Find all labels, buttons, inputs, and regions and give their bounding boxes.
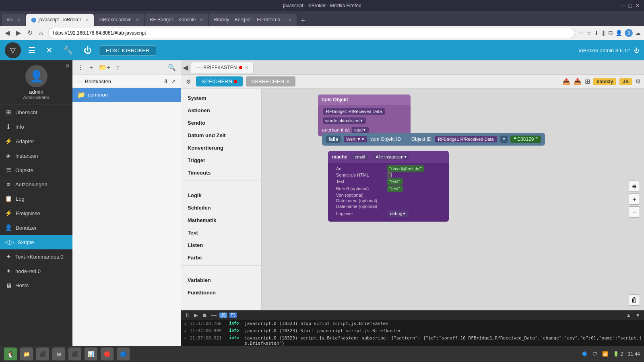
- address-input[interactable]: [48, 28, 575, 38]
- falls-objekt-block[interactable]: falls Objekt RFBridge1 RfReceived Data w…: [318, 95, 411, 136]
- forward-button[interactable]: ▶: [14, 28, 23, 37]
- log-debug-btn[interactable]: —: [210, 312, 218, 319]
- taskbar-cmd-btn[interactable]: ⬛: [68, 348, 81, 360]
- taskbar-app3-btn[interactable]: 🔵: [117, 348, 130, 360]
- log-pause-btn[interactable]: ⏸: [184, 312, 191, 319]
- sidebar-item-ereignisse[interactable]: ⚡ Ereignisse: [0, 206, 72, 220]
- trash-btn[interactable]: 🗑: [629, 294, 640, 306]
- import-btn[interactable]: 📥: [574, 78, 582, 85]
- sidebar-item-skripte[interactable]: ◁▷ Skripte: [0, 235, 72, 249]
- tab-iobroker-admin[interactable]: ioBroker.admin ✕: [95, 14, 144, 26]
- blockly-settings-btn[interactable]: ⚙: [184, 78, 193, 86]
- palette-item-aktionen[interactable]: Aktionen: [181, 104, 261, 117]
- scripts-menu-btn[interactable]: ⋮: [76, 63, 85, 72]
- editor-tab-close[interactable]: ✕: [245, 65, 248, 70]
- settings-btn[interactable]: ⚙: [635, 78, 641, 85]
- zoom-out-btn[interactable]: −: [629, 206, 640, 218]
- tab-vis[interactable]: vis ✕: [2, 14, 25, 26]
- tab-javascript-close[interactable]: ✕: [85, 17, 89, 23]
- sidebar-item-objekte[interactable]: ☰ Objekte: [0, 163, 72, 177]
- sidebar-close-btn[interactable]: ✕: [65, 63, 70, 69]
- taskbar-mail-btn[interactable]: ✉: [52, 348, 65, 360]
- sidebar-item-node-red[interactable]: ✦ node-red.0: [0, 264, 72, 278]
- script-item-briefkasten[interactable]: — Briefkasten ⏸ ↗: [72, 75, 181, 88]
- host-button[interactable]: HOST IOBROKER: [99, 45, 156, 56]
- scripts-add-btn[interactable]: +: [88, 63, 95, 72]
- taskbar-terminal-btn[interactable]: ⬛: [36, 348, 49, 360]
- palette-item-farbe[interactable]: Farbe: [181, 251, 261, 264]
- script-folder-common[interactable]: 📁 common: [72, 88, 181, 102]
- palette-item-trigger[interactable]: Trigger: [181, 154, 261, 167]
- tab-blockly-close[interactable]: ✕: [288, 17, 292, 23]
- tab-rf-close[interactable]: ✕: [200, 17, 203, 23]
- taskbar-files-btn[interactable]: 📁: [20, 348, 33, 360]
- cancel-button[interactable]: ABBRECHEN ✕: [246, 76, 295, 86]
- log-stop-btn[interactable]: ⏹: [201, 312, 208, 319]
- editor-tab-briefkasten[interactable]: — BRIEFKASTEN ✕: [191, 62, 254, 73]
- tab-blockly[interactable]: Blockly – Beispiel – Fernsterüb... ✕: [209, 14, 297, 26]
- scripts-add-folder-btn[interactable]: 📁+: [97, 63, 112, 72]
- palette-item-mathematik[interactable]: Mathematik: [181, 214, 261, 226]
- wert-chip[interactable]: Wert ▼: [344, 136, 367, 142]
- sende-html-checkbox[interactable]: [387, 173, 392, 177]
- topbar-settings-btn[interactable]: 🔧: [60, 44, 76, 57]
- script-open-btn[interactable]: ↗: [171, 78, 176, 84]
- sidebar-item-adapter[interactable]: ⚡ Adapter: [0, 134, 72, 148]
- taskbar-app1-btn[interactable]: 📊: [85, 348, 97, 360]
- palette-item-schleifen[interactable]: Schleifen: [181, 202, 261, 214]
- palette-item-datum-zeit[interactable]: Datum und Zeit: [181, 129, 261, 142]
- tab-rf-bridge[interactable]: RF Bridge1 - Konsole ✕: [145, 14, 208, 26]
- navigation-btn[interactable]: ⊕: [629, 181, 640, 192]
- home-button[interactable]: ⌂: [37, 29, 45, 37]
- log-js-badge[interactable]: JS: [219, 313, 227, 318]
- palette-item-sendto[interactable]: Sendto: [181, 117, 261, 129]
- sidebar-item-info[interactable]: ℹ Info: [0, 119, 72, 134]
- tab-javascript[interactable]: ⬤ javascript - ioBroker ✕: [26, 14, 94, 26]
- palette-item-text[interactable]: Text: [181, 226, 261, 239]
- download-icon[interactable]: ⬇: [594, 30, 599, 36]
- mache-block[interactable]: mache email Alle Instanzen An david@test…: [328, 151, 449, 222]
- log-expand-up-btn[interactable]: ▲: [625, 312, 632, 319]
- log-ts-badge[interactable]: TS: [229, 313, 237, 318]
- log-play-btn[interactable]: ▶: [193, 312, 199, 319]
- new-tab-button[interactable]: +: [297, 16, 308, 25]
- palette-item-listen[interactable]: Listen: [181, 239, 261, 251]
- maximize-btn[interactable]: □: [629, 2, 632, 9]
- alle-instanzen-chip[interactable]: Alle Instanzen: [373, 154, 409, 160]
- grid-btn[interactable]: ⊞: [585, 78, 590, 85]
- palette-item-logik[interactable]: Logik: [181, 189, 261, 202]
- palette-item-system[interactable]: System: [181, 92, 261, 104]
- topbar-menu-btn[interactable]: ☰: [25, 44, 39, 57]
- palette-item-konvertierung[interactable]: Konvertierung: [181, 142, 261, 154]
- export-btn[interactable]: 📤: [562, 78, 570, 85]
- condition1-chip[interactable]: wurde aktualisiert: [323, 117, 366, 124]
- close-btn[interactable]: ✕: [635, 2, 640, 9]
- condition2-chip[interactable]: egal: [352, 127, 369, 133]
- split-view-icon[interactable]: ⊟: [608, 30, 613, 36]
- taskbar-app2-btn[interactable]: 🔴: [101, 348, 114, 360]
- topbar-power-btn[interactable]: ⏻: [80, 44, 95, 57]
- loglevel-chip[interactable]: debug: [388, 210, 409, 217]
- sidebar-item-hosts[interactable]: 🖥 Hosts: [0, 278, 72, 292]
- sidebar-item-ubersicht[interactable]: ⊞ Übersicht: [0, 105, 72, 119]
- inner-falls-block[interactable]: falls Wert ▼ vom Objekt ID Objekt ID RFB…: [322, 133, 545, 146]
- cloud-icon[interactable]: ☁: [635, 30, 641, 36]
- sidebar-item-benutzer[interactable]: 👤 Benutzer: [0, 220, 72, 235]
- library-icon[interactable]: |||: [601, 30, 606, 36]
- log-expand-down-btn[interactable]: ▼: [634, 312, 642, 319]
- block-canvas[interactable]: falls Objekt RFBridge1 RfReceived Data w…: [262, 88, 644, 310]
- zoom-in-btn[interactable]: +: [629, 193, 640, 205]
- script-pause-btn[interactable]: ⏸: [163, 78, 169, 84]
- tab-vis-close[interactable]: ✕: [17, 17, 21, 23]
- sidebar-item-text-kommandos[interactable]: ✦ Text->Kommandos.0: [0, 249, 72, 264]
- back-button[interactable]: ◀: [183, 63, 188, 72]
- tab-iobroker-close[interactable]: ✕: [136, 17, 139, 23]
- back-button[interactable]: ◀: [3, 28, 11, 37]
- palette-item-variablen[interactable]: Variablen: [181, 274, 261, 286]
- sidebar-item-instanzen[interactable]: ◈ Instanzen: [0, 148, 72, 163]
- minimize-btn[interactable]: ─: [621, 2, 625, 9]
- scripts-sort-btn[interactable]: ↕: [115, 63, 121, 72]
- profile-icon[interactable]: 👤: [615, 30, 622, 36]
- scripts-search-btn[interactable]: 🔍: [166, 63, 178, 72]
- bookmark-icon[interactable]: ☆: [586, 30, 592, 36]
